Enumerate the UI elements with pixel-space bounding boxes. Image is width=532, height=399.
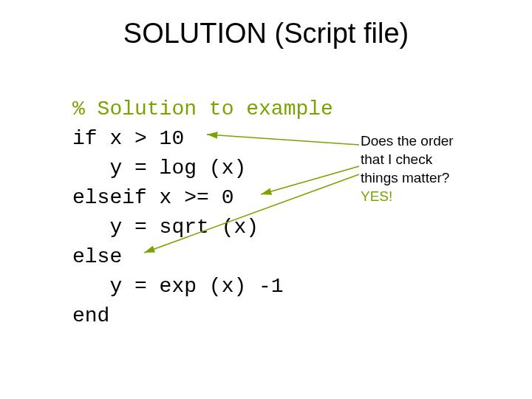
annotation-line3: things matter? (361, 170, 449, 185)
code-line-log: y = log (x) (72, 157, 246, 180)
slide-title: SOLUTION (Script file) (0, 18, 532, 50)
annotation-line2: that I check (361, 151, 432, 167)
annotation-text: Does the order that I check things matte… (361, 132, 497, 205)
annotation-yes: YES! (361, 188, 392, 204)
code-line-elseif: elseif x >= 0 (72, 186, 233, 209)
code-comment: % Solution to example (72, 98, 333, 120)
code-line-sqrt: y = sqrt (x) (72, 216, 259, 239)
code-line-else: else (72, 245, 122, 268)
code-line-end: end (72, 304, 109, 327)
code-line-if: if x > 10 (72, 127, 184, 150)
code-block: % Solution to example if x > 10 y = log … (72, 95, 333, 331)
code-line-exp: y = exp (x) -1 (72, 275, 284, 298)
annotation-line1: Does the order (361, 133, 454, 149)
